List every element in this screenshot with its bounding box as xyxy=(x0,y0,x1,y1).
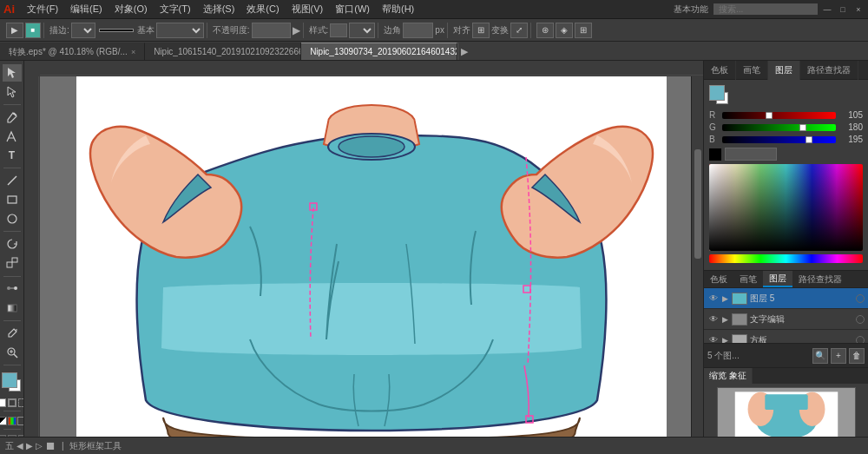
rotate-tool-btn[interactable] xyxy=(3,235,22,253)
rect-tool-btn[interactable] xyxy=(3,191,22,208)
nav-stop[interactable]: ⏹ xyxy=(45,439,56,452)
menu-select[interactable]: 选择(S) xyxy=(198,1,240,17)
layer-0-arrow[interactable]: ▶ xyxy=(722,294,729,303)
tab-0[interactable]: 转换.eps* @ 410.18% (RGB/... × xyxy=(0,43,145,60)
nav-next[interactable]: ▶ xyxy=(26,441,33,451)
corner-input[interactable]: 0 px xyxy=(403,23,433,38)
hex-input[interactable]: 69B4C3 xyxy=(725,148,777,161)
menu-type[interactable]: 文字(T) xyxy=(155,1,196,17)
fg-color-swatch[interactable] xyxy=(709,85,725,101)
extra-btn2[interactable]: ◈ xyxy=(556,23,573,38)
tab-0-label: 转换.eps* @ 410.18% (RGB/... xyxy=(9,46,128,58)
layer-item-1[interactable]: 👁 ▶ 文字编辑 xyxy=(704,309,868,330)
layers-brush-tab[interactable]: 画笔 xyxy=(733,271,763,287)
r-slider-track[interactable] xyxy=(722,112,836,119)
eyedropper-tool-btn[interactable] xyxy=(3,324,22,341)
b-slider-thumb[interactable] xyxy=(806,136,812,143)
layer-item-0[interactable]: 👁 ▶ 图层 5 xyxy=(704,288,868,309)
svg-rect-30 xyxy=(765,394,807,410)
toolbar-selection-btn[interactable]: ▶ xyxy=(6,23,23,38)
menu-view[interactable]: 视图(V) xyxy=(286,1,329,17)
base-select[interactable] xyxy=(156,23,204,38)
layer-2-vis[interactable] xyxy=(856,336,865,344)
none-icon[interactable] xyxy=(18,398,25,407)
layers-swatch-tab[interactable]: 色板 xyxy=(704,271,733,287)
add-layer-btn[interactable]: + xyxy=(831,348,846,364)
style-swatch[interactable] xyxy=(330,23,347,37)
ellipse-tool-btn[interactable] xyxy=(3,210,22,227)
opacity-arrow[interactable]: ▶ xyxy=(293,24,300,36)
tab-0-close[interactable]: × xyxy=(131,48,135,56)
layers-path-tab[interactable]: 路径查找器 xyxy=(792,271,848,287)
layer-2-arrow[interactable]: ▶ xyxy=(722,336,729,344)
stroke-icon[interactable] xyxy=(8,398,16,407)
tab-2[interactable]: Nipic_13090734_20190602164601432086.ai* … xyxy=(301,43,457,60)
align-btn[interactable]: ⊞ xyxy=(472,23,490,38)
type-tool-btn[interactable]: T xyxy=(3,147,22,164)
brushes-tab[interactable]: 画笔 xyxy=(736,61,768,80)
menu-edit[interactable]: 编辑(E) xyxy=(65,1,108,17)
layer-2-eye[interactable]: 👁 xyxy=(707,334,720,344)
v-scroll-thumb[interactable] xyxy=(694,149,701,259)
tab-1[interactable]: Nipic_10615140_20191021092322666676.ai* … xyxy=(145,43,301,60)
color-spectrum[interactable] xyxy=(709,164,863,251)
direct-selection-tool-btn[interactable] xyxy=(3,83,22,101)
r-slider-thumb[interactable] xyxy=(766,112,773,119)
selection-tool-btn[interactable] xyxy=(3,64,22,82)
layer-1-eye[interactable]: 👁 xyxy=(707,313,720,326)
menu-help[interactable]: 帮助(H) xyxy=(377,1,419,17)
zoom-tool-btn[interactable] xyxy=(3,344,22,361)
nav-prev[interactable]: ◀ xyxy=(16,441,23,451)
minimize-button[interactable]: — xyxy=(821,3,833,16)
toolbar-extra-group: ⊛ ◈ ⊞ xyxy=(534,23,595,38)
toolbar-style-group: 样式: xyxy=(306,23,379,38)
opacity-input[interactable]: 100% xyxy=(252,23,291,38)
menu-file[interactable]: 文件(F) xyxy=(22,1,63,17)
foreground-color[interactable] xyxy=(2,372,17,388)
extra-btn3[interactable]: ⊞ xyxy=(575,23,592,38)
none-mode-btn[interactable] xyxy=(17,417,25,425)
spectrum-btn[interactable] xyxy=(8,417,16,425)
layer-item-2[interactable]: 👁 ▶ 方板 xyxy=(704,330,868,343)
layers-layer-tab[interactable]: 图层 xyxy=(763,271,792,287)
menu-effect[interactable]: 效果(C) xyxy=(241,1,284,17)
pen-tool-btn[interactable] xyxy=(3,109,22,126)
g-slider-thumb[interactable] xyxy=(799,124,806,131)
layer-0-eye[interactable]: 👁 xyxy=(707,293,720,305)
extra-btn1[interactable]: ⊛ xyxy=(536,23,554,38)
scale-tool-btn[interactable] xyxy=(3,254,22,272)
tab-1-label: Nipic_10615140_20191021092322666676.ai* xyxy=(154,47,301,56)
layer-1-arrow[interactable]: ▶ xyxy=(722,315,729,324)
stroke-color-swatch[interactable]: ■ xyxy=(25,23,41,38)
hue-slider[interactable] xyxy=(709,254,863,263)
nav-play[interactable]: ▷ xyxy=(36,441,43,451)
fill-icon[interactable] xyxy=(0,398,6,407)
vertical-scrollbar[interactable] xyxy=(691,76,703,442)
stroke-select[interactable] xyxy=(71,23,95,38)
rgb-sliders-panel: R 105 G 180 B xyxy=(704,80,868,270)
close-button[interactable]: × xyxy=(852,3,865,16)
layer-0-vis[interactable] xyxy=(856,294,865,303)
find-layer-btn[interactable]: 🔍 xyxy=(812,348,828,364)
thumbnail-tab[interactable]: 缩览 象征 xyxy=(704,368,753,384)
swatches-tab[interactable]: 色板 xyxy=(704,61,736,80)
illustration-canvas[interactable] xyxy=(76,76,667,437)
b-slider-track[interactable] xyxy=(722,136,836,143)
line-tool-btn[interactable] xyxy=(3,172,22,189)
blend-tool-btn[interactable] xyxy=(3,280,22,297)
delete-layer-btn[interactable]: 🗑 xyxy=(849,348,865,364)
layers-tab-header[interactable]: 图层 xyxy=(768,61,800,80)
g-slider-track[interactable] xyxy=(722,124,836,131)
gradient-tool-btn[interactable] xyxy=(3,299,22,316)
search-input[interactable] xyxy=(713,3,818,15)
menu-window[interactable]: 窗口(W) xyxy=(330,1,375,17)
menu-object[interactable]: 对象(O) xyxy=(109,1,153,17)
style-select[interactable] xyxy=(349,23,375,38)
anchor-add-tool-btn[interactable] xyxy=(3,128,22,145)
tabs-overflow-arrow[interactable]: ▶ xyxy=(457,43,470,60)
layer-1-vis[interactable] xyxy=(856,315,865,324)
maximize-button[interactable]: □ xyxy=(837,3,849,16)
gradient-mode-btn[interactable] xyxy=(0,417,7,425)
pathfinder-tab[interactable]: 路径查找器 xyxy=(800,61,858,80)
transform-btn[interactable]: ⤢ xyxy=(510,23,528,38)
